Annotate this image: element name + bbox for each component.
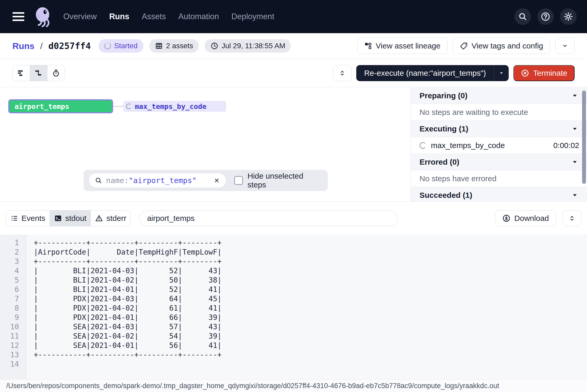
section-errored[interactable]: Errored (0) bbox=[411, 154, 587, 170]
log-toolbar: Events stdout stderr Download bbox=[0, 201, 587, 235]
caret-sort-icon bbox=[568, 214, 576, 222]
top-nav: Overview Runs Assets Automation Deployme… bbox=[0, 0, 587, 33]
reexecute-button[interactable]: Re-execute (name:"airport_temps") bbox=[356, 65, 494, 81]
section-succeeded[interactable]: Succeeded (1) bbox=[411, 187, 587, 201]
search-icon bbox=[518, 12, 527, 21]
log-path-bar: /Users/ben/repos/components_demo/spark-d… bbox=[0, 379, 587, 392]
breadcrumb-runs-link[interactable]: Runs bbox=[12, 41, 34, 51]
step-node-max-temps-by-code[interactable]: max_temps_by_code bbox=[123, 101, 226, 112]
view-asset-lineage-button[interactable]: View asset lineage bbox=[357, 38, 448, 54]
assets-badge[interactable]: 2 assets bbox=[149, 39, 199, 53]
grid-icon bbox=[155, 42, 163, 50]
view-waterfall-button[interactable] bbox=[30, 65, 47, 81]
search-button[interactable] bbox=[514, 8, 531, 25]
nav-item-assets[interactable]: Assets bbox=[142, 12, 166, 21]
tab-events[interactable]: Events bbox=[6, 211, 50, 226]
log-content[interactable]: +-----------+----------+---------+------… bbox=[26, 235, 222, 379]
view-flat-button[interactable] bbox=[13, 65, 30, 81]
caret-down-icon bbox=[498, 70, 505, 76]
lineage-icon bbox=[364, 42, 372, 50]
caret-down-icon bbox=[571, 125, 578, 132]
status-badge: Started bbox=[99, 39, 143, 53]
download-icon bbox=[502, 214, 511, 223]
dagster-logo-icon[interactable] bbox=[32, 5, 54, 29]
zoom-fit-button[interactable] bbox=[333, 65, 352, 81]
download-button[interactable]: Download bbox=[495, 210, 556, 226]
more-run-actions-button[interactable] bbox=[555, 38, 575, 54]
reexecute-split-button: Re-execute (name:"airport_temps") bbox=[356, 65, 509, 81]
chevron-down-icon bbox=[561, 42, 569, 50]
gantt-chart[interactable]: airport_temps max_temps_by_code name:"ai… bbox=[0, 87, 410, 201]
hide-unselected-steps-toggle[interactable]: Hide unselected steps bbox=[234, 172, 323, 189]
line-number-gutter: 12 34 56 78 910 1112 1314 bbox=[0, 235, 26, 379]
nav-item-deployment[interactable]: Deployment bbox=[232, 12, 274, 21]
reexecute-dropdown-button[interactable] bbox=[494, 65, 509, 81]
expand-logs-button[interactable] bbox=[563, 210, 581, 226]
caret-sort-icon bbox=[338, 69, 346, 77]
gantt-view-switcher bbox=[12, 65, 65, 81]
log-tab-switcher: Events stdout stderr bbox=[6, 210, 131, 226]
dependency-edge bbox=[113, 106, 123, 107]
caret-down-icon bbox=[571, 92, 578, 99]
log-viewer[interactable]: 12 34 56 78 910 1112 1314 +-----------+-… bbox=[0, 235, 587, 379]
log-file-path: /Users/ben/repos/components_demo/spark-d… bbox=[6, 382, 499, 390]
settings-button[interactable] bbox=[560, 8, 577, 25]
spinner-icon bbox=[126, 103, 132, 109]
circle-x-icon bbox=[521, 69, 529, 78]
run-header: Runs / d0257ff4 Started 2 assets Jul 29,… bbox=[0, 33, 587, 59]
breadcrumb-separator: / bbox=[40, 41, 43, 51]
timestamp-badge: Jul 29, 11:38:55 AM bbox=[205, 39, 291, 53]
run-id: d0257ff4 bbox=[48, 41, 91, 51]
clear-query-icon[interactable] bbox=[213, 177, 220, 184]
search-icon bbox=[95, 177, 102, 184]
spinner-icon bbox=[420, 142, 426, 149]
help-button[interactable] bbox=[537, 8, 554, 25]
run-body: airport_temps max_temps_by_code name:"ai… bbox=[0, 87, 587, 201]
menu-icon[interactable] bbox=[12, 12, 24, 21]
gantt-waterfall-icon bbox=[34, 69, 43, 78]
nav-item-overview[interactable]: Overview bbox=[63, 12, 97, 21]
tab-stdout[interactable]: stdout bbox=[50, 211, 91, 226]
nav-item-runs[interactable]: Runs bbox=[109, 12, 129, 21]
view-tags-config-button[interactable]: View tags and config bbox=[453, 38, 550, 54]
clock-icon bbox=[210, 42, 219, 50]
primary-nav: Overview Runs Assets Automation Deployme… bbox=[63, 12, 274, 21]
step-node-airport-temps[interactable]: airport_temps bbox=[8, 99, 113, 113]
executing-step-row[interactable]: max_temps_by_code 0:00:02 bbox=[411, 137, 587, 154]
stopwatch-icon bbox=[52, 69, 60, 78]
tab-stderr[interactable]: stderr bbox=[90, 211, 130, 226]
warning-triangle-icon bbox=[95, 214, 103, 222]
terminate-button[interactable]: Terminate bbox=[513, 65, 575, 81]
step-query-input[interactable]: name:"airport_temps" bbox=[89, 173, 226, 188]
gantt-flat-icon bbox=[17, 69, 26, 78]
spinner-icon bbox=[104, 43, 111, 49]
log-filter-input[interactable] bbox=[139, 211, 398, 226]
event-list-icon bbox=[10, 214, 18, 222]
terminal-icon bbox=[54, 214, 62, 222]
caret-down-icon bbox=[571, 192, 578, 199]
errored-empty-message: No steps have errored bbox=[411, 170, 587, 187]
section-preparing[interactable]: Preparing (0) bbox=[411, 87, 587, 104]
elapsed-time: 0:00:02 bbox=[553, 141, 579, 150]
gear-icon bbox=[563, 11, 574, 22]
preparing-empty-message: No steps are waiting to execute bbox=[411, 104, 587, 121]
view-timer-button[interactable] bbox=[47, 65, 65, 81]
gantt-toolbar: Re-execute (name:"airport_temps") Termin… bbox=[0, 59, 587, 87]
step-status-panel: Preparing (0) No steps are waiting to ex… bbox=[410, 87, 587, 201]
panel-scrollbar[interactable] bbox=[582, 90, 586, 184]
nav-item-automation[interactable]: Automation bbox=[178, 12, 219, 21]
tag-icon bbox=[460, 42, 468, 50]
step-filter-bar: name:"airport_temps" Hide unselected ste… bbox=[83, 170, 328, 191]
section-executing[interactable]: Executing (1) bbox=[411, 121, 587, 137]
checkbox-unchecked[interactable] bbox=[234, 176, 243, 185]
help-icon bbox=[540, 11, 551, 22]
caret-down-icon bbox=[571, 159, 578, 165]
